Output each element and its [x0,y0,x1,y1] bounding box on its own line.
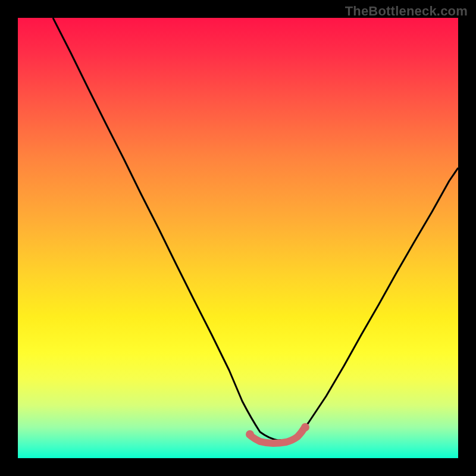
curve-layer [18,18,458,458]
chart-frame: TheBottleneck.com [0,0,476,476]
bottleneck-curve [53,18,458,440]
plot-area [18,18,458,458]
watermark-text: TheBottleneck.com [345,4,468,19]
marker-dot-right [301,423,309,431]
marker-dot-left [246,430,254,439]
